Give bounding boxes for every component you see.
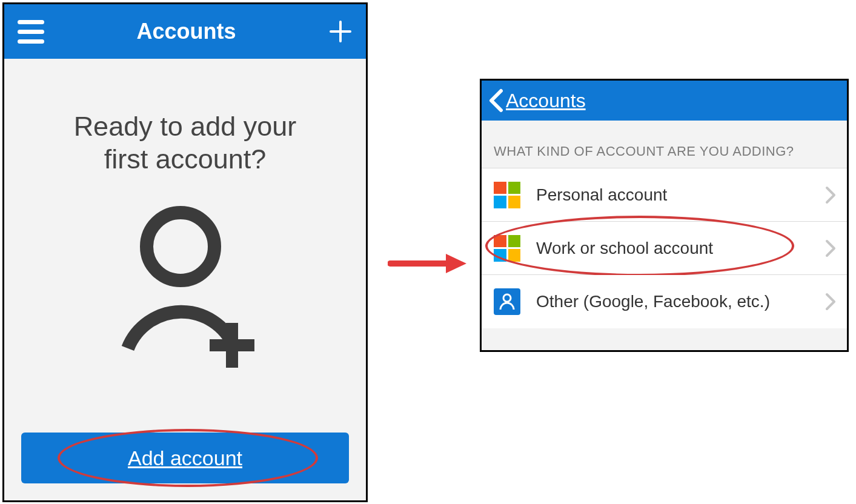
svg-marker-6 — [446, 254, 466, 273]
back-label[interactable]: Accounts — [506, 90, 586, 112]
account-type-screen: Accounts WHAT KIND OF ACCOUNT ARE YOU AD… — [480, 79, 849, 352]
section-header: WHAT KIND OF ACCOUNT ARE YOU ADDING? — [482, 121, 847, 168]
microsoft-logo-icon — [494, 235, 520, 262]
page-title: Accounts — [136, 19, 236, 44]
svg-point-2 — [147, 213, 214, 280]
add-account-button-wrap: Add account — [21, 433, 349, 483]
empty-state-title: Ready to add your first account? — [74, 110, 297, 176]
microsoft-logo-icon — [494, 182, 520, 208]
header-bar: Accounts — [4, 4, 366, 59]
option-personal-account[interactable]: Personal account — [482, 168, 847, 222]
account-type-list: Personal account Work or school account — [482, 168, 847, 328]
chevron-right-icon — [825, 293, 836, 311]
chevron-right-icon — [825, 186, 836, 204]
option-label: Personal account — [536, 185, 825, 205]
menu-icon[interactable] — [18, 18, 44, 45]
option-other-account[interactable]: Other (Google, Facebook, etc.) — [482, 275, 847, 328]
person-add-icon — [113, 200, 258, 376]
option-label: Work or school account — [536, 239, 825, 258]
prompt-line-1: Ready to add your — [74, 111, 297, 142]
option-label: Other (Google, Facebook, etc.) — [536, 292, 825, 311]
accounts-home-screen: Accounts Ready to add your first account… — [2, 2, 368, 502]
annotation-arrow — [388, 251, 466, 276]
person-icon — [494, 288, 520, 315]
header-bar: Accounts — [482, 81, 847, 121]
add-icon[interactable] — [328, 19, 353, 44]
option-work-school-account[interactable]: Work or school account — [482, 222, 847, 275]
svg-point-7 — [503, 294, 511, 302]
add-account-button[interactable]: Add account — [21, 433, 349, 483]
prompt-line-2: first account? — [104, 144, 267, 174]
back-icon[interactable] — [488, 88, 505, 113]
empty-state: Ready to add your first account? — [4, 59, 366, 433]
chevron-right-icon — [825, 239, 836, 257]
